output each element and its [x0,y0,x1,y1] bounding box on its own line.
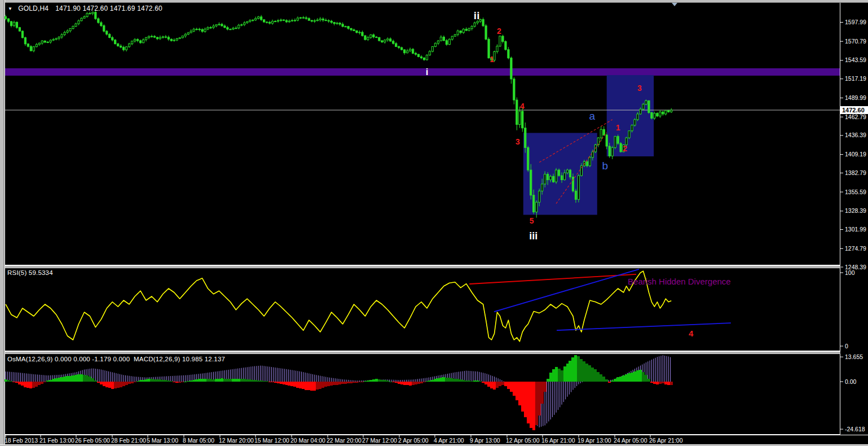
chart-canvas[interactable]: ii12i345iiiab123Bearish Hidden Divergenc… [0,0,868,446]
price-tick-label: 1274.79 [845,245,866,252]
osma-tick-label: 0.00 [845,378,857,385]
purple-resistance-zone [5,68,840,76]
osma-tick-label: 13.655 [845,353,863,360]
time-tick-label: 16 Apr 21:00 [541,437,575,444]
time-axis[interactable]: 18 Feb 201321 Feb 13:0026 Feb 05:0028 Fe… [5,435,868,444]
rsi-header: RSI(5) 59.5334 [7,269,53,276]
rsi-plot[interactable]: Bearish Hidden Divergence4 [6,269,731,342]
time-tick-label: 2 Apr 05:00 [398,437,429,444]
price-tick-label: 1382.79 [845,169,866,176]
wave-label-1: 1 [490,55,494,64]
rsi-trendline-red-1[interactable] [469,274,636,284]
wave-label-4: 4 [520,102,525,111]
wave-label-ii: ii [474,10,480,21]
current-price-value: 1472.60 [842,107,865,113]
time-tick-label: 24 Apr 05:00 [614,437,647,444]
candlesticks [5,11,672,217]
price-tick-label: 1436.39 [845,132,866,138]
time-tick-label: 19 Apr 13:00 [578,437,611,444]
rsi-trendline-blue-2[interactable] [494,269,639,312]
time-tick-label: 21 Feb 13:00 [39,437,74,444]
time-tick-label: 12 Apr 05:00 [506,437,540,444]
price-tick-label: 1409.19 [845,151,866,158]
osma-plot[interactable] [5,355,673,430]
price-axis[interactable]: 1597.991570.791543.591517.191489.991462.… [840,19,868,432]
wave-label-i: i [426,67,429,77]
time-tick-label: 15 Mar 12:00 [254,437,289,444]
wave-label-a: a [589,110,596,122]
wave-label-5: 5 [530,216,534,225]
osma-tick-label: -24.618 [845,426,865,432]
time-tick-label: 8 Mar 05:00 [183,437,214,444]
wave-label-1: 1 [616,123,620,132]
wave-label-b: b [602,160,608,172]
time-tick-label: 22 Mar 20:00 [327,437,362,444]
time-tick-label: 12 Mar 20:00 [219,437,254,444]
time-tick-label: 28 Feb 21:00 [111,437,146,444]
price-tick-label: 1517.19 [845,75,866,82]
rsi-tick-label: 100 [845,269,855,276]
wave-label-2: 2 [497,27,501,36]
time-tick-label: 26 Feb 05:00 [75,437,110,444]
price-tick-label: 1570.79 [845,38,866,45]
mt4-chart-window: ii12i345iiiab123Bearish Hidden Divergenc… [0,0,868,446]
time-tick-label: 18 Feb 2013 [5,437,38,444]
price-tick-label: 1543.59 [845,56,866,63]
osma-histogram [5,355,673,430]
time-tick-label: 9 Apr 13:00 [470,437,500,444]
price-tick-label: 1301.99 [845,226,866,233]
osma-header: OsMA(12,26,9) 0.000 0.000 -1.179 0.000 M… [7,356,225,362]
divergence-label: Bearish Hidden Divergence [628,277,731,286]
rsi-line [6,271,671,342]
time-tick-label: 20 Mar 04:00 [290,437,325,444]
rsi-tick-label: 0 [845,343,848,349]
price-tick-label: 1489.99 [845,94,866,101]
chart-ohlc-values: 1471.90 1472.60 1471.69 1472.60 [55,5,162,12]
price-tick-label: 1462.79 [845,113,866,120]
time-tick-label: 27 Mar 12:00 [362,437,397,444]
rsi-wave-label-4: 4 [689,329,694,338]
time-tick-label: 4 Apr 21:00 [434,437,464,444]
chart-symbol-timeframe: GOLD,H4 [18,5,49,12]
wave-label-2: 2 [623,144,627,153]
time-tick-label: 5 Mar 13:00 [147,437,178,444]
chart-header: ▼GOLD,H41471.90 1472.60 1471.69 1472.60 [8,5,162,12]
price-tick-label: 1328.39 [845,207,866,214]
time-tick-label: 26 Apr 21:00 [649,437,683,444]
chart-shift-marker-icon[interactable] [672,3,677,6]
wave-label-iii: iii [529,230,537,242]
price-tick-label: 1597.99 [845,19,866,25]
pattern-rectangle-2 [607,75,654,156]
wave-label-3: 3 [637,84,642,93]
price-tick-label: 1355.59 [845,189,866,195]
price-chart[interactable]: ii12i345iiiab123 [5,3,840,242]
chevron-down-icon[interactable]: ▼ [8,6,12,11]
wave-label-3: 3 [515,137,520,146]
